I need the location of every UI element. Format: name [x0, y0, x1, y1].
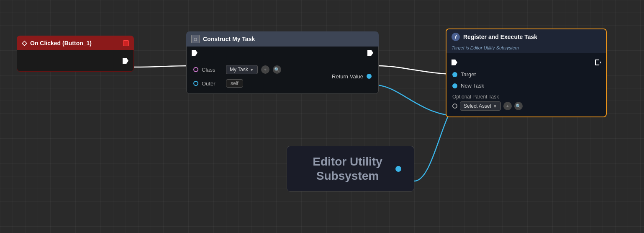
exec-in-pin[interactable] [192, 50, 198, 56]
construct-right: Return Value [325, 59, 378, 93]
on-clicked-exec-row [17, 54, 133, 67]
register-subtitle: Target is Editor Utility Subsystem [446, 44, 606, 53]
outer-value: self [226, 79, 243, 88]
outer-field-row: Outer self [187, 77, 325, 90]
search-class-button[interactable]: 🔍 [273, 65, 281, 74]
chevron-down-icon: ▼ [250, 67, 254, 72]
chevron-down-icon-select: ▼ [493, 104, 497, 109]
construct-node: □ Construct My Task Class My Task ▼ + 🔍 [186, 31, 379, 94]
return-row: Return Value [332, 73, 372, 80]
diamond-icon: ◇ [22, 39, 27, 47]
exec-out-pin-register[interactable] [595, 60, 601, 65]
register-node: f Register and Execute Task Target is Ed… [446, 28, 607, 117]
construct-body: Class My Task ▼ + 🔍 Outer self Return Va… [186, 47, 379, 94]
new-task-pin[interactable] [452, 83, 457, 88]
exec-out-pin[interactable] [367, 50, 373, 56]
outer-label: Outer [202, 80, 223, 87]
construct-icon: □ [191, 35, 200, 43]
search-asset-button[interactable]: 🔍 [514, 102, 523, 110]
return-label: Return Value [332, 73, 363, 80]
register-header-wrapper: f Register and Execute Task Target is Ed… [446, 28, 607, 53]
target-row: Target [446, 69, 606, 80]
new-task-row: New Task [446, 80, 606, 91]
on-clicked-title: On Clicked (Button_1) [30, 40, 92, 47]
editor-util-body: Editor Utility Subsystem [287, 146, 414, 192]
return-value-pin[interactable] [367, 74, 372, 79]
construct-exec-row [187, 47, 378, 59]
register-body: Target New Task Optional Parent Task Sel… [446, 53, 607, 117]
select-asset-label: Select Asset [464, 103, 491, 109]
construct-inner: Class My Task ▼ + 🔍 Outer self Return Va… [187, 59, 378, 93]
construct-left: Class My Task ▼ + 🔍 Outer self [187, 59, 325, 93]
class-label: Class [202, 67, 223, 73]
construct-header: □ Construct My Task [186, 31, 379, 47]
add-class-button[interactable]: + [261, 65, 269, 74]
editor-util-title: Editor Utility Subsystem [300, 155, 395, 183]
select-asset-dropdown[interactable]: Select Asset ▼ [460, 101, 501, 111]
class-pin[interactable] [193, 67, 198, 72]
editor-util-pin[interactable] [395, 166, 401, 172]
register-title: Register and Execute Task [463, 34, 537, 40]
target-label: Target [461, 71, 476, 78]
on-clicked-header: ◇ On Clicked (Button_1) [17, 36, 134, 50]
class-dropdown[interactable]: My Task ▼ [226, 65, 258, 74]
new-task-label: New Task [461, 83, 484, 89]
construct-title: Construct My Task [203, 36, 255, 42]
function-icon: f [452, 33, 460, 41]
exec-in-pin-register[interactable] [452, 60, 457, 65]
class-value: My Task [230, 67, 248, 72]
target-pin[interactable] [452, 72, 457, 77]
exec-out-pin[interactable] [123, 58, 128, 64]
class-field-row: Class My Task ▼ + 🔍 [187, 62, 325, 77]
on-clicked-body [17, 50, 134, 72]
add-asset-button[interactable]: + [503, 102, 512, 110]
optional-parent-row: Optional Parent Task Select Asset ▼ + 🔍 [446, 91, 606, 113]
on-clicked-node: ◇ On Clicked (Button_1) [17, 36, 134, 72]
optional-parent-pin[interactable] [452, 104, 457, 109]
register-exec-row [446, 56, 606, 69]
optional-parent-label: Optional Parent Task [452, 94, 499, 100]
red-indicator [123, 40, 129, 46]
register-header: f Register and Execute Task [446, 29, 606, 44]
editor-util-node: Editor Utility Subsystem [287, 146, 414, 192]
outer-pin[interactable] [193, 81, 198, 86]
